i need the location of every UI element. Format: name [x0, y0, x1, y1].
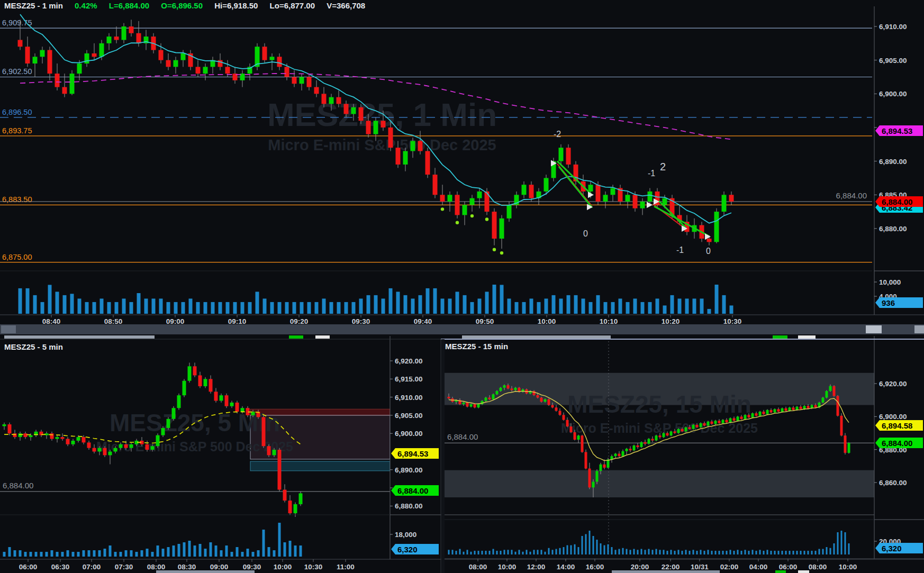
scrollbar-thumb[interactable]	[1, 325, 16, 333]
volume-bars	[3, 523, 302, 557]
price-level-label: 6,902.50	[2, 67, 32, 76]
scrollbar-thumb[interactable]	[866, 325, 882, 333]
price-axis-tick: 6,890.00	[395, 466, 423, 474]
watermark-symbol: MESZ25, 15 Min	[567, 390, 751, 418]
price-axis-tick: 6,910.00	[395, 394, 423, 402]
trade-quantity-label: -2	[554, 130, 561, 139]
trade-quantity-label: -1	[648, 169, 655, 178]
change-percent-label: 0.42%	[75, 1, 97, 10]
chart-5min: MESZ25, 5 MinMicro E-mini S&P 500 Dec 20…	[0, 336, 924, 571]
price-axis-tick: 6,910.00	[879, 23, 907, 31]
time-axis-label: 12:00	[527, 563, 546, 571]
symbol-timeframe-label: MESZ25 - 1 min	[4, 1, 63, 10]
low-price-label: Lo=6,877.00	[270, 1, 315, 10]
time-axis-label: 08:00	[809, 563, 827, 571]
volume-axis-tick: 10,000	[879, 278, 901, 286]
price-badge-label: 6,884.00	[882, 439, 912, 448]
trade-quantity-label: -1	[676, 245, 684, 254]
time-axis-label: 10/31	[691, 563, 709, 571]
trade-line	[654, 206, 709, 236]
time-axis-label: 09:30	[243, 563, 261, 571]
time-axis-label: 07:00	[83, 563, 101, 571]
volume-label: V=366,708	[327, 1, 365, 10]
time-axis-label: 22:00	[662, 563, 680, 571]
last-price-label: L=6,884.00	[109, 1, 149, 10]
trade-quantity-label: 2	[660, 161, 666, 172]
signal-dot	[493, 248, 496, 251]
candlesticks	[18, 20, 734, 249]
trade-quantity-label: 0	[706, 247, 711, 256]
time-axis-label: 11:00	[337, 563, 355, 571]
price-badge-label: 6,884.00	[397, 486, 428, 495]
scrollbar-thumb[interactable]	[914, 325, 924, 333]
time-axis-label: 02:00	[720, 563, 739, 571]
time-axis-label: 14:00	[557, 563, 575, 571]
volume-axis-tick: 18,000	[395, 531, 416, 539]
watermark-description: Micro E-mini S&P 500 Dec 2025	[268, 137, 496, 153]
horizontal-scrollbar[interactable]	[0, 324, 924, 334]
signal-dot	[485, 217, 488, 221]
time-axis-label: 04:00	[749, 563, 768, 571]
time-axis-label: 06:00	[19, 563, 38, 571]
time-axis-label: 16:00	[586, 563, 604, 571]
high-price-label: Hi=6,918.50	[214, 1, 258, 10]
price-axis-tick: 6,900.00	[879, 90, 907, 98]
signal-dot	[500, 251, 503, 254]
time-axis-label: 10:00	[498, 563, 517, 571]
price-badge-label: 6,320	[397, 545, 418, 554]
charts-canvas[interactable]: MESZ25, 1 MinMicro E-mini S&P 500 Dec 20…	[0, 0, 924, 573]
time-axis-label: 10:00	[839, 563, 857, 571]
price-level-label: 6,893.75	[2, 126, 32, 135]
price-badge-label: 936	[882, 298, 895, 307]
price-badge-label: 6,884.00	[882, 197, 912, 206]
time-axis-label: 08:30	[178, 563, 196, 571]
price-axis-tick: 6,915.00	[395, 375, 423, 383]
time-axis-label: 09:00	[210, 563, 229, 571]
signal-dot	[456, 221, 459, 224]
chart-header-1min: MESZ25 - 1 min 0.42% L=6,884.00 O=6,896.…	[4, 1, 375, 10]
price-axis-tick: 6,890.00	[879, 158, 907, 166]
price-axis-tick: 6,860.00	[879, 479, 907, 487]
chart-title-5min: MESZ25 - 5 min	[4, 342, 63, 351]
signal-dot	[470, 214, 474, 217]
volume-bars	[19, 285, 733, 314]
price-axis-tick: 6,900.00	[395, 430, 423, 438]
price-axis-tick: 6,880.00	[395, 502, 423, 510]
time-axis-label: 07:30	[115, 563, 133, 571]
price-level-label: 6,883.50	[2, 195, 32, 204]
price-level-label: 6,875.00	[2, 253, 32, 261]
trade-quantity-label: 0	[583, 229, 588, 238]
chart-1min: MESZ25, 1 MinMicro E-mini S&P 500 Dec 20…	[0, 6, 924, 325]
price-zone	[445, 470, 874, 497]
price-badge-label: 6,894.58	[882, 421, 912, 430]
prev-close-label: 6,884.00	[447, 432, 478, 441]
price-level-label: 6,909.75	[2, 19, 32, 27]
price-axis-tick: 6,920.00	[395, 357, 423, 365]
time-axis-label: 10:30	[304, 563, 323, 571]
time-axis-label: 06:30	[51, 563, 70, 571]
price-badge-label: 6,894.53	[882, 126, 912, 135]
price-axis-tick: 6,905.00	[879, 57, 907, 65]
price-level-label: 6,896.50	[2, 108, 32, 116]
time-axis-label: 08:00	[147, 563, 166, 571]
prev-close-label: 6,884.00	[3, 481, 33, 490]
price-zone	[250, 461, 390, 471]
time-axis-label: 10:00	[274, 563, 292, 571]
price-axis-tick: 6,920.00	[879, 380, 907, 388]
prev-close-label: 6,884.00	[836, 191, 867, 200]
trading-workspace: MESZ25, 1 MinMicro E-mini S&P 500 Dec 20…	[0, 0, 924, 573]
price-axis-tick: 6,905.00	[395, 412, 423, 420]
price-axis-tick: 6,880.00	[879, 225, 907, 233]
chart-title-15min: MESZ25 - 15 min	[445, 342, 508, 351]
price-axis-tick: 6,900.00	[879, 413, 907, 421]
time-axis-label: 08:00	[469, 563, 487, 571]
signal-dot	[441, 207, 444, 211]
open-price-label: O=6,896.50	[161, 1, 203, 10]
price-badge-label: 6,894.53	[397, 449, 428, 458]
time-axis-label: 20:00	[631, 563, 649, 571]
price-badge-label: 6,320	[882, 544, 902, 553]
time-axis-label: 06:00	[779, 563, 798, 571]
